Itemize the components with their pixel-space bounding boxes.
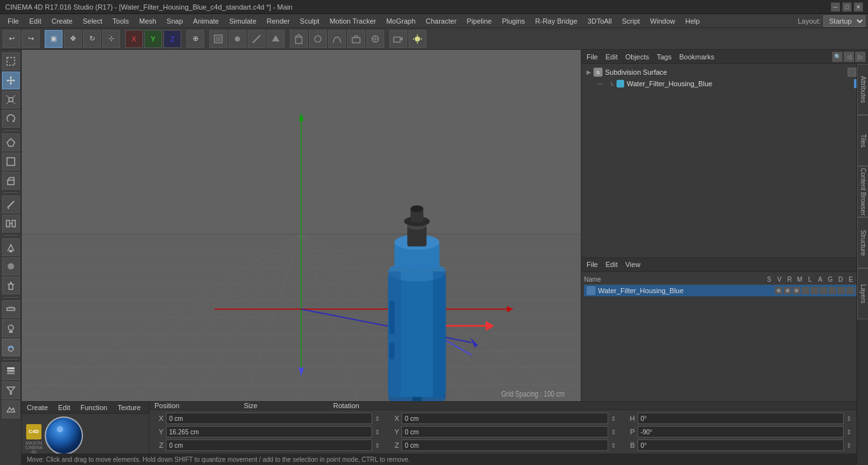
filter-lt-button[interactable] [2, 381, 20, 399]
obj-item-waterfilter[interactable]: L Water_Filter_Housing_Blue [584, 78, 865, 89]
obj-menu-objects[interactable]: Objects [623, 52, 652, 62]
light-button[interactable] [408, 30, 426, 48]
obj-menu-file[interactable]: File [584, 52, 601, 62]
nurbs-button[interactable] [309, 30, 327, 48]
obj-item-subdivision[interactable]: ▶ S Subdivision Surface ✓ [584, 66, 865, 78]
camera-button[interactable] [389, 30, 407, 48]
attr-icon-r[interactable] [793, 287, 800, 294]
tab-attributes[interactable]: Attributes [857, 64, 868, 115]
bridge-lt-button[interactable] [2, 215, 20, 232]
size-y-value[interactable]: 0 cm [401, 426, 608, 438]
menu-3dtoall[interactable]: 3DToAll [583, 16, 617, 26]
size-z-value[interactable]: 0 cm [401, 439, 608, 451]
ruler-lt-button[interactable] [2, 300, 20, 318]
spline-button[interactable] [328, 30, 346, 48]
close-button[interactable]: ✕ [854, 3, 863, 11]
menu-render[interactable]: Render [262, 16, 295, 26]
cube-button[interactable] [290, 30, 308, 48]
poly-mode-button[interactable] [267, 30, 285, 48]
mirror-lt-button[interactable] [2, 339, 20, 356]
menu-tools[interactable]: Tools [107, 16, 134, 26]
menu-help[interactable]: Help [680, 16, 705, 26]
tab-structure[interactable]: Structure [857, 217, 868, 268]
mat-menu-function[interactable]: Function [78, 402, 110, 413]
obj-menu-edit[interactable]: Edit [603, 52, 620, 62]
move-tool-button[interactable]: ✥ [64, 30, 82, 48]
obj-icon-back[interactable]: ◁ [844, 52, 854, 62]
menu-pipeline[interactable]: Pipeline [461, 16, 497, 26]
menu-file[interactable]: File [3, 16, 24, 26]
attr-icon-e[interactable] [846, 287, 854, 294]
scale-lt-button[interactable] [2, 91, 20, 109]
stamp-lt-button[interactable] [2, 319, 20, 337]
attr-menu-file[interactable]: File [584, 259, 601, 270]
maximize-button[interactable]: □ [842, 3, 851, 11]
coord-system-button[interactable]: ⊕ [186, 30, 204, 48]
axis-y-button[interactable]: Y [144, 30, 162, 48]
generator-button[interactable] [366, 30, 384, 48]
scale-tool-button[interactable]: ⊹ [102, 30, 120, 48]
obj-icon-search[interactable]: 🔍 [832, 52, 842, 62]
terrain-lt-button[interactable] [2, 400, 20, 418]
knife-lt-button[interactable] [2, 195, 20, 213]
rotate-tool-button[interactable]: ↻ [83, 30, 101, 48]
rot-b-value[interactable]: 0° [638, 439, 844, 451]
layer-lt-button[interactable] [2, 362, 20, 380]
box-lt-button[interactable] [2, 153, 20, 171]
mat-menu-edit[interactable]: Edit [56, 402, 73, 413]
attr-icon-v[interactable] [784, 287, 791, 294]
obj-menu-tags[interactable]: Tags [654, 52, 674, 62]
attr-menu-edit[interactable]: Edit [603, 259, 620, 270]
move-lt-button[interactable] [2, 72, 20, 89]
menu-script[interactable]: Script [617, 16, 645, 26]
attr-icon-s[interactable] [775, 287, 782, 294]
pos-y-value[interactable]: 16.265 cm [166, 426, 372, 438]
attr-menu-view[interactable]: View [623, 259, 643, 270]
edge-mode-button[interactable] [248, 30, 266, 48]
pos-z-value[interactable]: 0 cm [166, 439, 372, 451]
menu-select[interactable]: Select [78, 16, 108, 26]
attr-icon-a[interactable] [819, 287, 827, 294]
attr-icon-d[interactable] [837, 287, 845, 294]
select-lt-button[interactable] [2, 52, 20, 70]
menu-mesh[interactable]: Mesh [134, 16, 161, 26]
menu-simulate[interactable]: Simulate [224, 16, 262, 26]
rot-p-value[interactable]: -90° [638, 426, 844, 438]
axis-z-button[interactable]: Z [163, 30, 181, 48]
menu-character[interactable]: Character [421, 16, 461, 26]
attr-icon-l[interactable] [811, 287, 818, 294]
menu-motion-tracker[interactable]: Motion Tracker [324, 16, 381, 26]
menu-rray-bridge[interactable]: R-Ray Bridge [530, 16, 583, 26]
point-mode-button[interactable] [228, 30, 246, 48]
redo-button[interactable]: ↪ [22, 30, 40, 48]
menu-mograph[interactable]: MoGraph [381, 16, 421, 26]
obj-icon-fwd[interactable]: ▷ [855, 52, 865, 62]
layout-select[interactable]: Startup [823, 15, 865, 27]
menu-sculpt[interactable]: Sculpt [295, 16, 325, 26]
viewport[interactable]: View Cameras Display Options Filter Pane… [22, 50, 581, 401]
rotate-lt-button[interactable] [2, 110, 20, 128]
polygon-lt-button[interactable] [2, 133, 20, 151]
menu-snap[interactable]: Snap [161, 16, 188, 26]
pos-x-value[interactable]: 0 cm [166, 413, 372, 424]
mat-menu-create[interactable]: Create [24, 402, 50, 413]
attr-icon-g[interactable] [828, 287, 836, 294]
deformer-button[interactable] [347, 30, 365, 48]
minimize-button[interactable]: ─ [831, 3, 840, 11]
menu-window[interactable]: Window [645, 16, 680, 26]
menu-edit[interactable]: Edit [24, 16, 47, 26]
mat-menu-texture[interactable]: Texture [115, 402, 143, 413]
material-preview-sphere[interactable] [45, 416, 83, 455]
obj-menu-bookmarks[interactable]: Bookmarks [677, 52, 717, 62]
extrude-lt-button[interactable] [2, 172, 20, 190]
tab-content-browser[interactable]: Content Browser [857, 166, 868, 217]
select-tool-button[interactable]: ▣ [45, 30, 63, 48]
menu-create[interactable]: Create [47, 16, 78, 26]
attr-icon-m[interactable] [802, 287, 809, 294]
object-mode-button[interactable] [209, 30, 227, 48]
size-x-value[interactable]: 0 cm [401, 413, 608, 424]
smooth-lt-button[interactable] [2, 257, 20, 275]
undo-button[interactable]: ↩ [3, 30, 20, 48]
grab-lt-button[interactable] [2, 277, 20, 294]
paint-lt-button[interactable] [2, 238, 20, 256]
